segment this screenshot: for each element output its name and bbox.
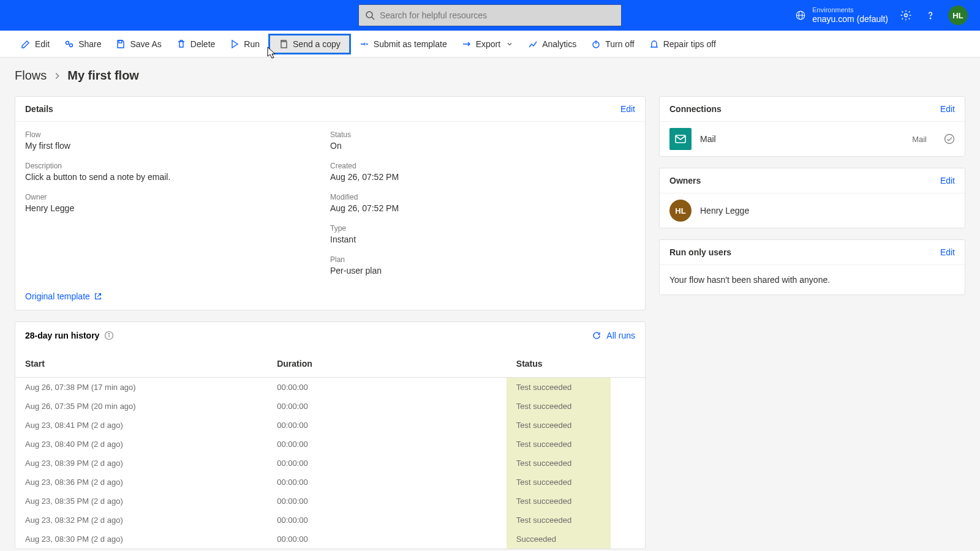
table-row[interactable]: Aug 23, 08:36 PM (2 d ago)00:00:00Test s… <box>15 473 645 492</box>
export-button[interactable]: Export <box>456 36 519 53</box>
table-row[interactable]: Aug 23, 08:40 PM (2 d ago)00:00:00Test s… <box>15 435 645 454</box>
export-label: Export <box>476 39 500 49</box>
col-start-header[interactable]: Start <box>15 349 267 378</box>
svg-point-0 <box>366 12 372 18</box>
export-icon <box>462 39 472 49</box>
owner-item[interactable]: HL Henry Legge <box>660 193 965 228</box>
run-status: Test succeeded <box>507 473 645 492</box>
open-external-icon <box>94 292 102 301</box>
power-icon <box>591 39 601 49</box>
pencil-icon <box>21 39 31 49</box>
table-row[interactable]: Aug 23, 08:41 PM (2 d ago)00:00:00Test s… <box>15 416 645 435</box>
run-only-message: Your flow hasn't been shared with anyone… <box>660 265 965 294</box>
table-row[interactable]: Aug 26, 07:35 PM (20 min ago)00:00:00Tes… <box>15 397 645 416</box>
plan-value: Per-user plan <box>330 266 635 276</box>
repair-tips-button[interactable]: Repair tips off <box>643 36 722 53</box>
svg-point-7 <box>66 41 69 44</box>
connection-item[interactable]: Mail Mail <box>660 122 965 156</box>
run-status: Test succeeded <box>507 378 645 397</box>
status-label: Status <box>330 130 635 139</box>
run-only-edit-link[interactable]: Edit <box>940 247 955 257</box>
share-button[interactable]: Share <box>58 36 107 53</box>
run-start: Aug 23, 08:40 PM (2 d ago) <box>15 435 267 454</box>
run-history-table: Start Duration Status Aug 26, 07:38 PM (… <box>15 349 645 549</box>
edit-button[interactable]: Edit <box>15 36 56 53</box>
play-icon <box>230 39 239 49</box>
col-status-header[interactable]: Status <box>507 349 645 378</box>
breadcrumb-current: My first flow <box>67 69 139 83</box>
turn-off-label: Turn off <box>605 39 634 49</box>
owner-value: Henry Legge <box>25 203 330 213</box>
run-start: Aug 23, 08:39 PM (2 d ago) <box>15 454 267 473</box>
modified-value: Aug 26, 07:52 PM <box>330 203 635 213</box>
details-title: Details <box>25 104 53 114</box>
save-as-button[interactable]: Save As <box>110 36 167 53</box>
connections-title: Connections <box>669 104 722 114</box>
submit-as-template-button[interactable]: Submit as template <box>353 36 453 53</box>
help-button[interactable] <box>924 9 937 22</box>
all-runs-link[interactable]: All runs <box>592 331 635 340</box>
run-start: Aug 26, 07:35 PM (20 min ago) <box>15 397 267 416</box>
search-input[interactable] <box>380 10 615 20</box>
content-area: Flows My first flow Details Edit Flow My… <box>0 58 980 549</box>
owner-name: Henry Legge <box>700 206 749 216</box>
delete-button[interactable]: Delete <box>170 36 221 53</box>
send-a-copy-button[interactable]: Send a copy <box>268 34 351 54</box>
share-icon <box>64 39 74 49</box>
owners-edit-link[interactable]: Edit <box>940 176 955 186</box>
svg-rect-10 <box>281 42 287 48</box>
description-value: Click a button to send a note by email. <box>25 172 330 182</box>
breadcrumb-root[interactable]: Flows <box>15 69 47 83</box>
turn-off-button[interactable]: Turn off <box>585 36 640 53</box>
settings-button[interactable] <box>899 9 913 22</box>
original-template-link[interactable]: Original template <box>25 291 330 301</box>
run-start: Aug 23, 08:36 PM (2 d ago) <box>15 473 267 492</box>
help-icon <box>924 9 937 21</box>
run-status: Test succeeded <box>507 416 645 435</box>
col-duration-header[interactable]: Duration <box>267 349 507 378</box>
run-start: Aug 23, 08:30 PM (2 d ago) <box>15 530 267 549</box>
chevron-right-icon <box>53 72 61 80</box>
run-duration: 00:00:00 <box>267 511 507 530</box>
bell-icon <box>649 39 659 49</box>
environment-picker[interactable]: Environments enayu.com (default) <box>795 6 888 24</box>
run-duration: 00:00:00 <box>267 397 507 416</box>
table-row[interactable]: Aug 26, 07:38 PM (17 min ago)00:00:00Tes… <box>15 378 645 397</box>
owner-label: Owner <box>25 193 330 201</box>
run-status: Test succeeded <box>507 492 645 511</box>
send-a-copy-label: Send a copy <box>293 39 341 49</box>
svg-point-5 <box>905 14 908 17</box>
command-bar: Edit Share Save As Delete Run Send a cop… <box>0 31 980 58</box>
user-avatar[interactable]: HL <box>948 6 968 25</box>
search-container[interactable] <box>358 4 622 26</box>
svg-line-1 <box>372 17 374 20</box>
run-button[interactable]: Run <box>224 36 266 53</box>
topbar-right: Environments enayu.com (default) HL <box>795 6 968 25</box>
run-duration: 00:00:00 <box>267 473 507 492</box>
submit-as-template-label: Submit as template <box>374 39 447 49</box>
table-row[interactable]: Aug 23, 08:32 PM (2 d ago)00:00:00Test s… <box>15 511 645 530</box>
environment-icon <box>795 10 806 21</box>
table-row[interactable]: Aug 23, 08:30 PM (2 d ago)00:00:00Succee… <box>15 530 645 549</box>
details-edit-link[interactable]: Edit <box>620 104 635 114</box>
connections-edit-link[interactable]: Edit <box>940 104 955 114</box>
run-history-title: 28-day run history <box>25 331 99 340</box>
all-runs-label: All runs <box>606 331 635 340</box>
analytics-button[interactable]: Analytics <box>522 36 582 53</box>
save-icon <box>116 39 126 49</box>
created-value: Aug 26, 07:52 PM <box>330 172 635 182</box>
connections-card: Connections Edit Mail Mail <box>659 96 965 157</box>
run-only-users-card: Run only users Edit Your flow hasn't bee… <box>659 239 965 295</box>
run-label: Run <box>244 39 260 49</box>
table-row[interactable]: Aug 23, 08:35 PM (2 d ago)00:00:00Test s… <box>15 492 645 511</box>
connection-type: Mail <box>912 135 927 144</box>
run-status: Succeeded <box>507 530 645 549</box>
info-icon[interactable] <box>104 331 114 340</box>
run-start: Aug 23, 08:35 PM (2 d ago) <box>15 492 267 511</box>
owner-avatar: HL <box>669 200 692 222</box>
created-label: Created <box>330 162 635 170</box>
gear-icon <box>900 9 912 21</box>
template-icon <box>360 39 369 49</box>
run-duration: 00:00:00 <box>267 492 507 511</box>
table-row[interactable]: Aug 23, 08:39 PM (2 d ago)00:00:00Test s… <box>15 454 645 473</box>
